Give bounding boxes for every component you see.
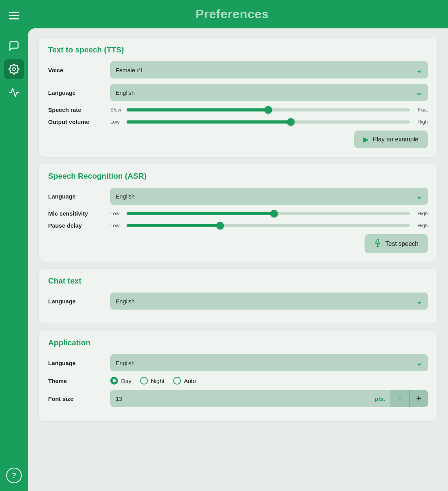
chat-language-label: Language bbox=[48, 298, 110, 305]
tts-btn-row: ▶ Play an example bbox=[48, 131, 428, 148]
mic-sensitivity-control: Low High bbox=[110, 211, 428, 216]
output-volume-control: Low High bbox=[110, 119, 428, 125]
activity-icon bbox=[9, 87, 19, 98]
pause-delay-high: High bbox=[414, 223, 428, 228]
app-language-arrow: ⌄ bbox=[416, 358, 422, 367]
mic-sensitivity-thumb[interactable] bbox=[270, 210, 278, 218]
voice-row: Voice Female #1 ⌄ bbox=[48, 61, 428, 78]
mic-sensitivity-slider-row: Low High bbox=[110, 211, 428, 216]
play-example-label: Play an example bbox=[373, 136, 418, 143]
tts-language-row: Language English ⌄ bbox=[48, 84, 428, 101]
output-volume-row: Output volume Low High bbox=[48, 118, 428, 125]
play-icon: ▶ bbox=[363, 135, 369, 144]
app-language-value: English bbox=[116, 360, 135, 366]
asr-language-control: English ⌄ bbox=[110, 188, 428, 205]
sidebar-item-activity[interactable] bbox=[4, 82, 24, 103]
voice-control: Female #1 ⌄ bbox=[110, 61, 428, 78]
output-volume-low: Low bbox=[110, 119, 123, 125]
tts-language-arrow: ⌄ bbox=[416, 88, 422, 97]
app-language-control: English ⌄ bbox=[110, 354, 428, 371]
font-size-label: Font size bbox=[48, 395, 110, 402]
pause-delay-slider[interactable] bbox=[127, 224, 410, 227]
theme-label: Theme bbox=[48, 378, 110, 384]
menu-button[interactable] bbox=[5, 7, 23, 24]
theme-night-label: Night bbox=[151, 378, 165, 384]
output-volume-fill bbox=[127, 120, 291, 124]
output-volume-thumb[interactable] bbox=[287, 118, 295, 126]
main-content: Preferences Text to speech (TTS) Voice F… bbox=[28, 0, 448, 491]
sidebar: ? bbox=[0, 0, 28, 491]
pause-delay-control: Low High bbox=[110, 223, 428, 228]
sidebar-item-settings[interactable] bbox=[4, 59, 24, 79]
header: Preferences bbox=[28, 0, 448, 28]
font-size-control-wrapper: 13 pts. - + bbox=[110, 390, 428, 407]
tts-language-label: Language bbox=[48, 89, 110, 96]
speech-rate-slider[interactable] bbox=[127, 108, 410, 111]
font-size-control: 13 pts. - + bbox=[110, 390, 428, 407]
voice-dropdown-arrow: ⌄ bbox=[416, 65, 422, 75]
voice-value: Female #1 bbox=[116, 67, 143, 73]
speech-rate-row: Speech rate Slow Fast bbox=[48, 106, 428, 113]
asr-language-dropdown[interactable]: English ⌄ bbox=[110, 188, 428, 205]
test-speech-button[interactable]: Test speech bbox=[365, 234, 428, 253]
chat-icon bbox=[9, 40, 19, 51]
asr-btn-row: Test speech bbox=[48, 234, 428, 253]
speech-rate-thumb[interactable] bbox=[264, 106, 272, 114]
theme-day-label: Day bbox=[121, 378, 132, 384]
chat-language-arrow: ⌄ bbox=[416, 296, 422, 306]
output-volume-slider[interactable] bbox=[127, 120, 410, 124]
pause-delay-low: Low bbox=[110, 223, 123, 228]
pause-delay-slider-row: Low High bbox=[110, 223, 428, 228]
theme-auto-label: Auto bbox=[184, 378, 196, 384]
app-language-label: Language bbox=[48, 360, 110, 366]
pause-delay-row: Pause delay Low High bbox=[48, 222, 428, 229]
pause-delay-thumb[interactable] bbox=[216, 222, 224, 230]
mic-sensitivity-slider[interactable] bbox=[127, 212, 410, 215]
pause-delay-label: Pause delay bbox=[48, 222, 110, 229]
tts-language-control: English ⌄ bbox=[110, 84, 428, 101]
svg-point-0 bbox=[13, 68, 16, 71]
speech-rate-fill bbox=[127, 108, 268, 111]
page-title: Preferences bbox=[196, 7, 269, 21]
chat-language-value: English bbox=[116, 298, 135, 305]
theme-day-option[interactable]: Day bbox=[110, 377, 132, 385]
application-title: Application bbox=[48, 338, 428, 347]
asr-language-row: Language English ⌄ bbox=[48, 188, 428, 205]
asr-title: Speech Recognition (ASR) bbox=[48, 172, 428, 181]
speech-rate-high: Fast bbox=[414, 107, 428, 113]
play-example-button[interactable]: ▶ Play an example bbox=[354, 131, 428, 148]
sidebar-bottom: ? bbox=[6, 468, 22, 491]
voice-dropdown[interactable]: Female #1 ⌄ bbox=[110, 61, 428, 78]
app-language-dropdown[interactable]: English ⌄ bbox=[110, 354, 428, 371]
test-speech-label: Test speech bbox=[385, 240, 418, 247]
gear-icon bbox=[9, 64, 19, 75]
theme-auto-option[interactable]: Auto bbox=[173, 377, 196, 385]
theme-row: Theme Day Night Auto bbox=[48, 377, 428, 385]
font-size-value: 13 bbox=[110, 392, 369, 406]
pause-delay-fill bbox=[127, 224, 220, 227]
theme-day-radio[interactable] bbox=[110, 377, 118, 385]
font-size-minus-button[interactable]: - bbox=[391, 390, 409, 407]
tts-language-dropdown[interactable]: English ⌄ bbox=[110, 84, 428, 101]
theme-night-radio[interactable] bbox=[140, 377, 148, 385]
chat-language-control: English ⌄ bbox=[110, 293, 428, 310]
speech-rate-low: Slow bbox=[110, 107, 123, 113]
mic-sensitivity-high: High bbox=[414, 211, 428, 216]
theme-control: Day Night Auto bbox=[110, 377, 428, 385]
font-size-plus-button[interactable]: + bbox=[409, 390, 428, 407]
chat-language-dropdown[interactable]: English ⌄ bbox=[110, 293, 428, 310]
speech-rate-slider-row: Slow Fast bbox=[110, 107, 428, 113]
font-size-row: Font size 13 pts. - + bbox=[48, 390, 428, 407]
asr-language-arrow: ⌄ bbox=[416, 192, 422, 201]
sidebar-item-chat[interactable] bbox=[4, 36, 24, 56]
application-card: Application Language English ⌄ Theme bbox=[39, 331, 437, 421]
theme-auto-radio[interactable] bbox=[173, 377, 181, 385]
font-size-unit: pts. bbox=[369, 392, 391, 406]
theme-night-option[interactable]: Night bbox=[140, 377, 165, 385]
content-area: Text to speech (TTS) Voice Female #1 ⌄ L… bbox=[28, 28, 448, 491]
help-button[interactable]: ? bbox=[6, 468, 22, 483]
mic-sensitivity-label: Mic sensitivity bbox=[48, 210, 110, 217]
theme-radio-group: Day Night Auto bbox=[110, 377, 428, 385]
chat-text-card: Chat text Language English ⌄ bbox=[39, 269, 437, 324]
tts-language-value: English bbox=[116, 89, 135, 96]
